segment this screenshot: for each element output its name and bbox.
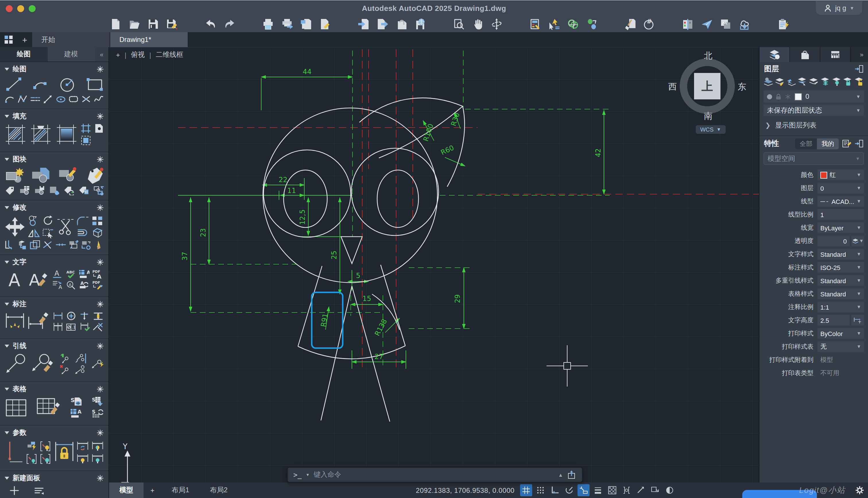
- mleader-style-select[interactable]: Standard▼: [817, 275, 864, 286]
- join-tool[interactable]: [76, 227, 89, 237]
- collapse-triangle-icon[interactable]: [4, 388, 9, 391]
- array-tool[interactable]: [91, 215, 104, 226]
- dimension-tool[interactable]: [4, 313, 25, 331]
- section-settings-icon[interactable]: [96, 259, 104, 266]
- chevron-down-icon[interactable]: ▼: [306, 473, 310, 477]
- dimension-label-15[interactable]: 15: [363, 295, 371, 303]
- layer-sync-button[interactable]: [567, 18, 579, 30]
- ordinate-dimension-tool[interactable]: [79, 311, 91, 321]
- auto-hide-icon[interactable]: [855, 65, 864, 73]
- collapse-triangle-icon[interactable]: [4, 261, 9, 264]
- annotation-sync-toggle[interactable]: [635, 484, 647, 496]
- edit-attributes-tool[interactable]: [84, 167, 104, 184]
- table-style-tool[interactable]: [36, 397, 62, 418]
- workspace-settings-button[interactable]: [855, 485, 865, 495]
- section-settings-icon[interactable]: [96, 113, 104, 120]
- create-block-tool[interactable]: [31, 167, 51, 184]
- text-height-pick-button[interactable]: [851, 315, 864, 326]
- mtext-tool[interactable]: A: [4, 270, 24, 289]
- purge-button[interactable]: [624, 18, 637, 30]
- tool-palettes-button[interactable]: [529, 18, 541, 30]
- viewcube-top-face[interactable]: 上: [694, 73, 720, 100]
- owl-geometry[interactable]: [263, 98, 465, 422]
- tab-layout2[interactable]: 布局2: [200, 483, 238, 498]
- boundary-tool[interactable]: [81, 123, 91, 133]
- find-text-tool[interactable]: A: [65, 280, 76, 290]
- layer-color-swatch[interactable]: [795, 93, 802, 100]
- auto-hide-icon[interactable]: [855, 140, 864, 148]
- layer-freeze-button[interactable]: [820, 77, 830, 86]
- spell-check-tool[interactable]: ABC: [65, 270, 76, 279]
- layer-lock-state-icon[interactable]: [776, 93, 781, 100]
- copy-tool[interactable]: [28, 215, 40, 226]
- dimension-label-5[interactable]: 5: [356, 272, 360, 280]
- offset-tool[interactable]: [4, 240, 15, 250]
- dimension-label-R91[interactable]: R91: [319, 313, 329, 327]
- show-constraints-tool[interactable]: [26, 454, 38, 464]
- current-layer-combo[interactable]: 0 ▼: [763, 90, 864, 103]
- layer-freeze-state-icon[interactable]: [785, 93, 791, 100]
- revision-cloud-tool[interactable]: [68, 94, 78, 104]
- dimension-label-27[interactable]: 27: [375, 353, 383, 361]
- count-button[interactable]: #: [643, 18, 655, 30]
- viewcube-east[interactable]: 东: [738, 81, 746, 92]
- gradient-tool[interactable]: [55, 123, 77, 145]
- viewcube-west[interactable]: 西: [668, 81, 677, 92]
- dim-constraint-bulb-teal2-tool[interactable]: [91, 441, 104, 451]
- visual-order-button[interactable]: [585, 18, 598, 30]
- viewcube-south[interactable]: 南: [704, 111, 713, 122]
- text-style-tool[interactable]: A: [26, 270, 49, 289]
- thickness-dimension-tool[interactable]: [92, 311, 104, 321]
- quick-select-button[interactable]: [548, 18, 560, 30]
- align-tool[interactable]: [68, 240, 78, 250]
- plot-button[interactable]: [262, 18, 274, 30]
- transparency-toggle[interactable]: [607, 484, 619, 496]
- define-attributes-tool[interactable]: [49, 185, 59, 195]
- plot-style-select[interactable]: ByColor▼: [817, 328, 864, 339]
- layer-lock-button[interactable]: [843, 77, 853, 86]
- layer-match-button[interactable]: [775, 77, 785, 86]
- layer-on-icon[interactable]: [767, 94, 772, 99]
- layer-unisolate-button[interactable]: [809, 77, 819, 86]
- orbit-button[interactable]: [490, 18, 503, 30]
- text-height-input[interactable]: 2.5: [817, 315, 850, 326]
- tab-model[interactable]: 模型: [109, 483, 144, 498]
- tag-tool[interactable]: [4, 185, 15, 195]
- dimension-label-29[interactable]: 29: [453, 294, 462, 303]
- polyline-tool[interactable]: [17, 94, 28, 104]
- block-table-tool[interactable]: [19, 185, 30, 195]
- table-tool[interactable]: [4, 397, 28, 418]
- annotation-visibility-toggle[interactable]: [621, 484, 633, 496]
- dimension-label-R30[interactable]: R30: [449, 112, 461, 127]
- pan-button[interactable]: [471, 18, 484, 30]
- add-leader-tool[interactable]: [59, 353, 70, 364]
- section-settings-icon[interactable]: [96, 385, 104, 393]
- dimensional-constraint-lock-tool[interactable]: [54, 441, 74, 464]
- page-setup-button[interactable]: [300, 18, 312, 30]
- lineweight-toggle[interactable]: [592, 484, 604, 496]
- new-tab-button[interactable]: +: [17, 32, 32, 47]
- selection-type-dropdown[interactable]: 模型空间 ▼: [763, 152, 864, 165]
- dim-constraint-bulb-teal3-tool[interactable]: [91, 454, 104, 464]
- show-layer-list-toggle[interactable]: ❯ 显示图层列表: [759, 118, 868, 133]
- linetype-scale-input[interactable]: 1: [817, 209, 864, 220]
- dimension-label-12,5[interactable]: 12,5: [299, 209, 307, 225]
- section-settings-icon[interactable]: [96, 156, 104, 163]
- import-button[interactable]: [357, 18, 370, 30]
- save-to-web-button[interactable]: [414, 18, 426, 30]
- layer-states-dropdown[interactable]: 未保存的图层状态 ▼: [763, 105, 864, 116]
- tolerance-tool[interactable]: .1: [66, 322, 77, 332]
- paste-clipboard-button[interactable]: [777, 18, 789, 30]
- dimension-label-22[interactable]: 22: [279, 176, 288, 184]
- section-settings-icon[interactable]: [96, 300, 104, 308]
- brush-tool[interactable]: [94, 240, 104, 250]
- auto-constrain-tool[interactable]: [26, 441, 38, 451]
- spline-tool[interactable]: [94, 94, 104, 104]
- collapse-triangle-icon[interactable]: [4, 158, 9, 161]
- layer-select[interactable]: 0▼: [817, 183, 864, 194]
- rectangle-tool[interactable]: [85, 76, 104, 92]
- dimension-check-tool[interactable]: [79, 322, 91, 332]
- dynamic-input-toggle[interactable]: [578, 484, 590, 496]
- save-button[interactable]: [147, 18, 160, 30]
- linear-dimension-tool[interactable]: [52, 311, 64, 321]
